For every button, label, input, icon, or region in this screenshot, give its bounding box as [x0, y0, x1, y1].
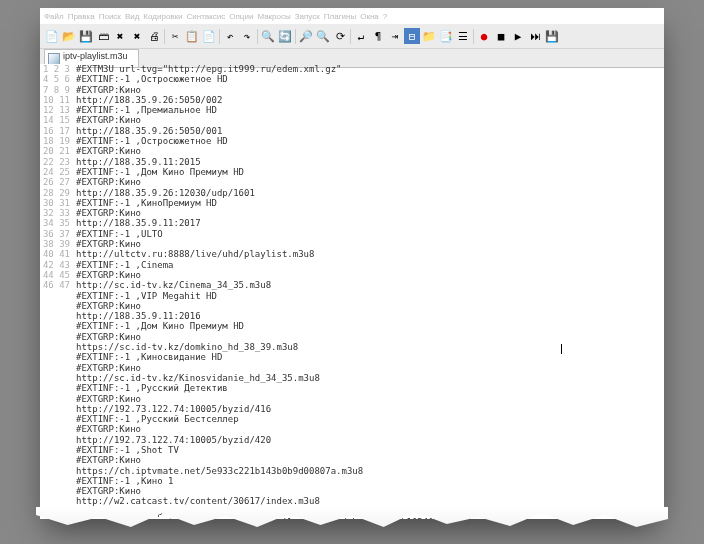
- indent-icon[interactable]: ⇥: [387, 28, 403, 44]
- line-gutter: 1 2 3 4 5 6 7 8 9 10 11 12 13 14 15 16 1…: [40, 64, 76, 519]
- playmulti-icon[interactable]: ⏭: [527, 28, 543, 44]
- wrap-icon[interactable]: ↵: [353, 28, 369, 44]
- menu-search[interactable]: Поиск: [99, 12, 121, 21]
- closeall-icon[interactable]: ✖: [129, 28, 145, 44]
- zoomout-icon[interactable]: 🔍: [315, 28, 331, 44]
- funclist-icon[interactable]: ☰: [455, 28, 471, 44]
- text-editor[interactable]: 1 2 3 4 5 6 7 8 9 10 11 12 13 14 15 16 1…: [40, 64, 664, 519]
- cut-icon[interactable]: ✂: [167, 28, 183, 44]
- menu-help[interactable]: ?: [383, 12, 387, 21]
- fold-icon[interactable]: ⊟: [404, 28, 420, 44]
- zoomin-icon[interactable]: 🔎: [298, 28, 314, 44]
- menu-bar[interactable]: Файл Правка Поиск Вид Кодировки Синтакси…: [40, 8, 664, 24]
- open-icon[interactable]: 📂: [61, 28, 77, 44]
- rec-icon[interactable]: ●: [476, 28, 492, 44]
- menu-windows[interactable]: Окна: [360, 12, 379, 21]
- menu-syntax[interactable]: Синтаксис: [187, 12, 226, 21]
- text-caret: [561, 344, 562, 354]
- redo-icon[interactable]: ↷: [239, 28, 255, 44]
- menu-options[interactable]: Опции: [229, 12, 253, 21]
- menu-run[interactable]: Запуск: [295, 12, 320, 21]
- editor-window: Файл Правка Поиск Вид Кодировки Синтакси…: [40, 8, 664, 519]
- menu-encoding[interactable]: Кодировки: [143, 12, 182, 21]
- savemacro-icon[interactable]: 💾: [544, 28, 560, 44]
- copy-icon[interactable]: 📋: [184, 28, 200, 44]
- undo-icon[interactable]: ↶: [222, 28, 238, 44]
- menu-edit[interactable]: Правка: [68, 12, 95, 21]
- replace-icon[interactable]: 🔄: [277, 28, 293, 44]
- allchars-icon[interactable]: ¶: [370, 28, 386, 44]
- menu-view[interactable]: Вид: [125, 12, 139, 21]
- docmap-icon[interactable]: 📑: [438, 28, 454, 44]
- paste-icon[interactable]: 📄: [201, 28, 217, 44]
- stop-icon[interactable]: ■: [493, 28, 509, 44]
- find-icon[interactable]: 🔍: [260, 28, 276, 44]
- menu-macros[interactable]: Макросы: [257, 12, 290, 21]
- saveall-icon[interactable]: 🗃: [95, 28, 111, 44]
- menu-file[interactable]: Файл: [44, 12, 64, 21]
- save-icon[interactable]: 💾: [78, 28, 94, 44]
- menu-plugins[interactable]: Плагины: [324, 12, 356, 21]
- sync-icon[interactable]: ⟳: [332, 28, 348, 44]
- code-area[interactable]: #EXTM3U url-tvg="http://epg.it999.ru/ede…: [76, 64, 664, 519]
- toolbar: 📄 📂 💾 🗃 ✖ ✖ 🖨 ✂ 📋 📄 ↶ ↷ 🔍 🔄 🔎 🔍 ⟳ ↵ ¶ ⇥ …: [40, 24, 664, 49]
- print-icon[interactable]: 🖨: [146, 28, 162, 44]
- play-icon[interactable]: ▶: [510, 28, 526, 44]
- close-icon[interactable]: ✖: [112, 28, 128, 44]
- userlang-icon[interactable]: 📁: [421, 28, 437, 44]
- new-icon[interactable]: 📄: [44, 28, 60, 44]
